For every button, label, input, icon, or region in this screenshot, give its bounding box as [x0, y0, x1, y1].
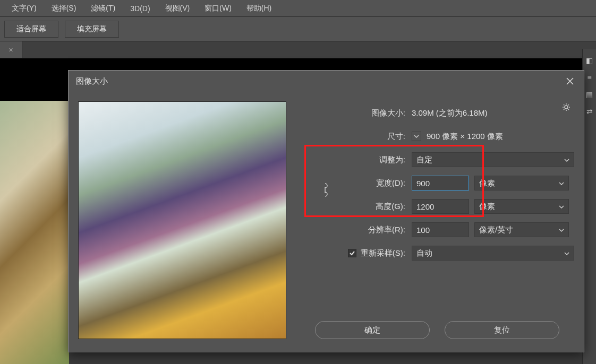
- dialog-buttons: 确定 复位: [315, 316, 574, 339]
- reset-button[interactable]: 复位: [445, 321, 559, 339]
- gear-icon[interactable]: [561, 102, 572, 113]
- width-unit-value: 像素: [479, 178, 495, 188]
- chevron-down-icon: [564, 155, 569, 164]
- resolution-unit-value: 像素/英寸: [479, 225, 513, 235]
- row-resolution: 分辨率(R): 像素/英寸: [301, 218, 574, 241]
- row-dimensions: 尺寸: 900 像素 × 1200 像素: [301, 125, 574, 148]
- dimensions-value: 900 像素 × 1200 像素: [427, 132, 503, 142]
- height-input[interactable]: [412, 199, 469, 214]
- close-icon[interactable]: [564, 75, 576, 88]
- svg-point-0: [565, 106, 568, 109]
- imagesize-label: 图像大小:: [301, 108, 412, 118]
- width-input[interactable]: [412, 176, 469, 190]
- resample-label: 重新采样(S):: [361, 248, 405, 258]
- link-icon[interactable]: [320, 180, 330, 200]
- chevron-down-icon: [564, 249, 569, 258]
- fill-screen-button[interactable]: 填充屏幕: [65, 21, 119, 38]
- canvas-image: [0, 101, 69, 364]
- image-size-dialog: 图像大小 图像大小: 3.09M (之前为6.18M) 尺寸: 900 像素 ×: [68, 70, 584, 352]
- height-unit-select[interactable]: 像素: [474, 199, 569, 214]
- menu-select[interactable]: 选择(S): [44, 2, 84, 15]
- width-label: 宽度(D):: [301, 178, 412, 188]
- panel-icon-2[interactable]: ≡: [585, 73, 594, 83]
- row-width: 宽度(D): 像素: [301, 171, 574, 195]
- preview-image: [78, 101, 286, 339]
- row-fitto: 调整为: 自定: [301, 148, 574, 171]
- chevron-down-icon[interactable]: [412, 132, 421, 141]
- settings-panel: 图像大小: 3.09M (之前为6.18M) 尺寸: 900 像素 × 1200…: [301, 101, 574, 346]
- height-unit-value: 像素: [479, 202, 495, 212]
- menu-view[interactable]: 视图(V): [158, 2, 198, 15]
- dimensions-label: 尺寸:: [301, 132, 412, 142]
- fitto-value: 自定: [416, 155, 432, 165]
- panel-icon-3[interactable]: ▤: [585, 90, 594, 100]
- dialog-titlebar: 图像大小: [69, 71, 584, 92]
- menu-filter[interactable]: 滤镜(T): [83, 2, 123, 15]
- width-unit-select[interactable]: 像素: [474, 176, 569, 190]
- menu-3d[interactable]: 3D(D): [123, 2, 157, 15]
- row-imagesize: 图像大小: 3.09M (之前为6.18M): [301, 101, 574, 125]
- chevron-down-icon: [559, 179, 564, 188]
- document-tabbar: ×: [0, 41, 596, 58]
- imagesize-value: 3.09M (之前为6.18M): [412, 108, 574, 118]
- menu-window[interactable]: 窗口(W): [197, 2, 239, 15]
- resolution-unit-select[interactable]: 像素/英寸: [474, 222, 569, 237]
- resolution-label: 分辨率(R):: [301, 225, 412, 235]
- resample-checkbox[interactable]: [348, 249, 356, 257]
- chevron-down-icon: [559, 226, 564, 235]
- row-resample: 重新采样(S): 自动: [301, 241, 574, 265]
- row-height: 高度(G): 像素: [301, 195, 574, 218]
- options-bar: 适合屏幕 填充屏幕: [0, 17, 596, 41]
- menu-text[interactable]: 文字(Y): [4, 2, 44, 15]
- resample-value: 自动: [416, 248, 432, 258]
- tab-close-icon[interactable]: ×: [0, 41, 22, 58]
- fitto-label: 调整为:: [301, 155, 412, 165]
- fit-screen-button[interactable]: 适合屏幕: [4, 21, 58, 38]
- height-label: 高度(G):: [301, 202, 412, 212]
- panel-icon-1[interactable]: ◧: [585, 56, 594, 66]
- menu-help[interactable]: 帮助(H): [239, 2, 279, 15]
- resolution-input[interactable]: [412, 222, 469, 237]
- panel-icon-4[interactable]: ⇄: [585, 107, 594, 117]
- resample-select[interactable]: 自动: [412, 246, 574, 261]
- ok-button[interactable]: 确定: [315, 321, 430, 339]
- fitto-select[interactable]: 自定: [412, 152, 574, 167]
- dialog-title: 图像大小: [76, 76, 108, 86]
- chevron-down-icon: [559, 202, 564, 211]
- menubar: 文字(Y) 选择(S) 滤镜(T) 3D(D) 视图(V) 窗口(W) 帮助(H…: [0, 0, 596, 17]
